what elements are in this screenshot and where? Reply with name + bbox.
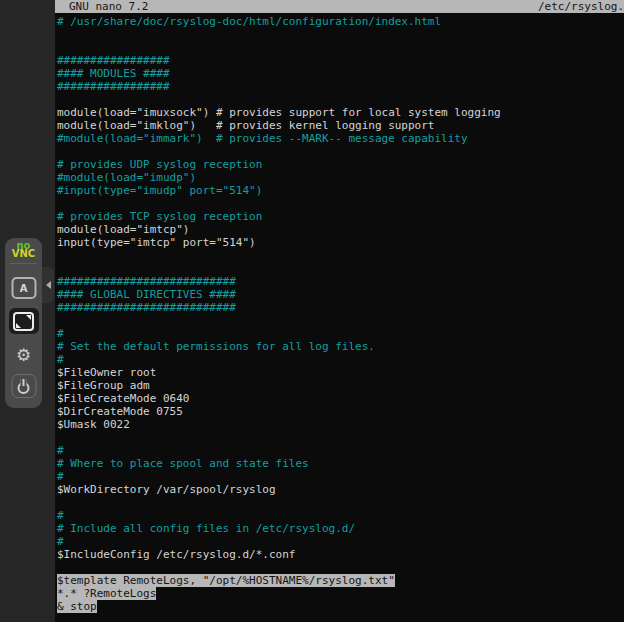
terminal-line: $Umask 0022 [57,418,624,431]
terminal-line: # /usr/share/doc/rsyslog-doc/html/config… [57,15,624,28]
terminal-window: GNU nano 7.2 /etc/rsyslog. # /usr/share/… [55,0,624,622]
terminal-line: $DirCreateMode 0755 [57,405,624,418]
terminal-line: $template RemoteLogs, "/opt/%HOSTNAME%/r… [57,574,624,587]
nano-titlebar: GNU nano 7.2 /etc/rsyslog. [55,0,624,13]
terminal-line: $WorkDirectory /var/spool/rsyslog [57,483,624,496]
keyboard-button[interactable]: A [11,277,36,299]
terminal-line: # provides UDP syslog reception [57,158,624,171]
terminal-line: # Where to place spool and state files [57,457,624,470]
terminal-line [57,93,624,106]
terminal-line: # [57,327,624,340]
terminal-line: ########################### [57,301,624,314]
terminal-line: # [57,353,624,366]
terminal-line [57,41,624,54]
vnc-control-panel: no VNC A ⚙ [5,238,42,408]
terminal-line: ################# [57,80,624,93]
power-icon [18,380,30,393]
fullscreen-icon [13,312,34,331]
terminal-line: #input(type="imudp" port="514") [57,184,624,197]
terminal-line [57,561,624,574]
terminal-line [57,28,624,41]
terminal-line: # [57,444,624,457]
terminal-line: #module(load="imudp") [57,171,624,184]
terminal-line: # Include all config files in /etc/rsysl… [57,522,624,535]
terminal-line: module(load="imtcp") [57,223,624,236]
terminal-line [57,249,624,262]
terminal-line: ########################### [57,275,624,288]
terminal-line: # [57,535,624,548]
collapse-arrow-icon [42,281,51,289]
control-bar-handle[interactable] [42,267,54,303]
panel-divider [10,263,37,264]
terminal-body[interactable]: # /usr/share/doc/rsyslog-doc/html/config… [55,13,624,613]
terminal-line: $FileCreateMode 0640 [57,392,624,405]
terminal-line: #### MODULES #### [57,67,624,80]
terminal-line [57,314,624,327]
terminal-line: #module(load="immark") # provides --MARK… [57,132,624,145]
terminal-line: #### GLOBAL DIRECTIVES #### [57,288,624,301]
terminal-line: # provides TCP syslog reception [57,210,624,223]
novnc-viewport: { "window": { "editor_title": "GNU nano … [0,0,624,622]
terminal-line: # [57,509,624,522]
terminal-line: $FileGroup adm [57,379,624,392]
nano-version-title: GNU nano 7.2 [55,0,148,13]
terminal-line: *.* ?RemoteLogs [57,587,624,600]
terminal-line: input(type="imtcp" port="514") [57,236,624,249]
novnc-logo: no VNC [5,238,42,258]
terminal-line [57,197,624,210]
terminal-line: $IncludeConfig /etc/rsyslog.d/*.conf [57,548,624,561]
fullscreen-button[interactable] [9,308,39,334]
terminal-line: module(load="imuxsock") # provides suppo… [57,106,624,119]
nano-file-path: /etc/rsyslog. [538,0,624,13]
gear-icon: ⚙ [16,344,31,366]
terminal-line: # [57,470,624,483]
power-button[interactable] [11,374,36,398]
terminal-line: # Set the default permissions for all lo… [57,340,624,353]
terminal-line: $FileOwner root [57,366,624,379]
terminal-line [57,262,624,275]
terminal-line: & stop [57,600,624,613]
settings-button[interactable]: ⚙ [12,344,36,366]
terminal-line: ################# [57,54,624,67]
terminal-line [57,496,624,509]
terminal-line [57,145,624,158]
keyboard-a-key-icon: A [20,283,28,294]
terminal-line [57,431,624,444]
novnc-logo-text-bottom: VNC [5,250,42,258]
terminal-line: module(load="imklog") # provides kernel … [57,119,624,132]
